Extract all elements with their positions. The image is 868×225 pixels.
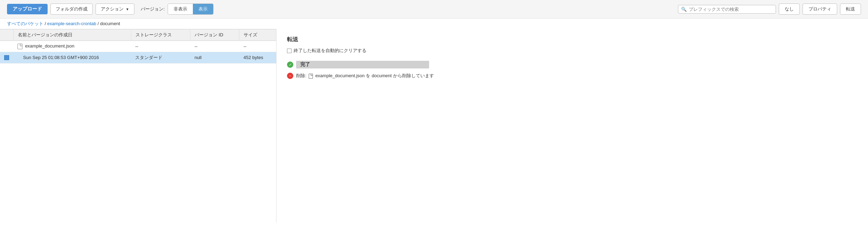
th-checkbox [0,29,13,41]
row-version-id-val-cell: null [190,52,239,63]
file-table: 名前とバージョンの作成日 ストレージクラス バージョン ID サイズ examp… [0,29,276,64]
row-size-cell: -- [239,41,276,52]
table-row[interactable]: example_document.json -- -- -- [0,41,276,52]
version-label: バージョン: [141,6,165,12]
th-size: サイズ [239,29,276,41]
version-hide-button[interactable]: 非表示 [168,4,193,14]
create-folder-button[interactable]: フォルダの作成 [50,3,93,15]
transfer-delete-item: − 削除: example_document.json を document か… [287,73,858,79]
transfer-toolbar-button[interactable]: 転送 [840,3,861,15]
row-version-name-cell: Sun Sep 25 01:08:53 GMT+900 2016 [13,52,131,63]
search-input[interactable] [689,7,773,12]
th-version-id: バージョン ID [190,29,239,41]
delete-prefix: 削除: [296,73,307,78]
th-name: 名前とバージョンの作成日 [13,29,131,41]
delete-icon: − [287,73,293,79]
selected-checkbox [4,55,9,60]
row-version-storage-cell: スタンダード [131,52,190,63]
auto-clear-row: 終了した転送を自動的にクリアする [287,48,858,54]
chevron-down-icon: ▼ [126,7,129,11]
delete-file-icon [309,74,313,79]
delete-text: 削除: example_document.json を document から削… [296,73,434,79]
row-version-size-cell: 452 bytes [239,52,276,63]
file-table-area: 名前とバージョンの作成日 ストレージクラス バージョン ID サイズ examp… [0,29,276,223]
properties-button[interactable]: プロパティ [803,3,837,15]
table-header-row: 名前とバージョンの作成日 ストレージクラス バージョン ID サイズ [0,29,276,41]
complete-icon: ✓ [287,61,293,68]
breadcrumb-bucket[interactable]: example-search-crontab [47,21,96,26]
row-checkbox-cell [0,41,13,52]
complete-bar: 完了 [296,61,429,68]
breadcrumb: すべてのバケット / example-search-crontab / docu… [0,19,868,29]
action-button[interactable]: アクション ▼ [96,3,134,15]
row-name-cell: example_document.json [13,41,131,52]
toolbar: アップロード フォルダの作成 アクション ▼ バージョン: 非表示 表示 🔍 な… [0,0,868,19]
breadcrumb-all-buckets[interactable]: すべてのバケット [7,21,43,26]
row-file-name: example_document.json [25,43,75,49]
row-storage-cell: -- [131,41,190,52]
transfer-items: ✓ 完了 − 削除: example_document.json を docum… [287,61,858,79]
version-show-button[interactable]: 表示 [193,4,213,14]
delete-suffix: を document から削除しています [366,73,434,78]
auto-clear-label: 終了した転送を自動的にクリアする [294,48,366,54]
transfer-complete-item: ✓ 完了 [287,61,858,68]
none-button[interactable]: なし [779,3,800,15]
main-content: 名前とバージョンの作成日 ストレージクラス バージョン ID サイズ examp… [0,29,868,223]
search-container: 🔍 [678,5,776,14]
delete-filename: example_document.json [315,73,365,78]
table-row[interactable]: Sun Sep 25 01:08:53 GMT+900 2016 スタンダード … [0,52,276,63]
upload-button[interactable]: アップロード [7,4,48,14]
th-storage: ストレージクラス [131,29,190,41]
row-checkbox-cell-selected [0,52,13,63]
breadcrumb-folder: document [100,21,120,26]
row-version-id-cell: -- [190,41,239,52]
panel-title: 転送 [287,36,858,43]
right-panel: 転送 終了した転送を自動的にクリアする ✓ 完了 − 削除: example_d… [276,29,868,223]
version-toggle: 非表示 表示 [168,3,214,15]
auto-clear-checkbox[interactable] [287,49,292,53]
search-icon: 🔍 [681,7,687,12]
file-icon [18,44,22,49]
